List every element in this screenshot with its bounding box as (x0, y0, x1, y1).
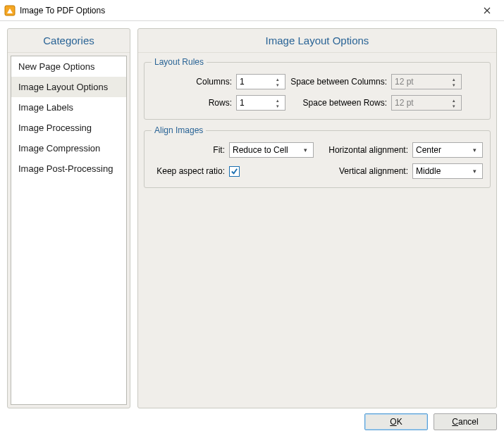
close-button[interactable] (473, 1, 501, 20)
app-icon (4, 5, 16, 16)
category-item-new-page-options[interactable]: New Page Options (11, 56, 126, 77)
category-item-image-layout-options[interactable]: Image Layout Options (11, 77, 126, 97)
space-rows-value: 12 pt (395, 98, 450, 108)
rows-value: 1 (240, 98, 273, 108)
fit-select[interactable]: Reduce to Cell▾ (229, 142, 314, 158)
columns-spinner[interactable]: ▴▾ (273, 76, 282, 87)
chevron-down-icon: ▾ (469, 168, 479, 175)
chevron-down-icon: ▾ (469, 146, 479, 154)
categories-panel: Categories New Page Options Image Layout… (7, 28, 130, 408)
categories-header: Categories (8, 29, 130, 53)
h-align-select[interactable]: Center▾ (412, 142, 483, 158)
window-title: Image To PDF Options (20, 6, 473, 15)
ok-button[interactable]: OK (364, 413, 428, 430)
main-header: Image Layout Options (138, 29, 496, 53)
columns-value: 1 (240, 77, 273, 87)
layout-rules-legend: Layout Rules (152, 57, 207, 67)
align-images-group: Align ImagesFit:Reduce to Cell▾Horizonta… (144, 125, 491, 188)
rows-spinner[interactable]: ▴▾ (273, 97, 282, 108)
space-cols-input[interactable]: 12 pt ▴▾ (391, 74, 462, 89)
category-item-image-compression[interactable]: Image Compression (11, 138, 126, 158)
v-align-label: Vertical alignment: (314, 166, 412, 176)
columns-label: Columns: (152, 77, 236, 87)
category-item-image-labels[interactable]: Image Labels (11, 97, 126, 118)
space-rows-spinner[interactable]: ▴▾ (450, 97, 458, 108)
layout-rules-group: Layout Rules Columns: 1 ▴▾ Space between… (144, 57, 491, 120)
fit-label: Fit: (152, 145, 229, 155)
keep-aspect-checkbox[interactable] (229, 166, 240, 177)
space-cols-spinner[interactable]: ▴▾ (450, 76, 458, 87)
space-rows-label: Space between Rows: (285, 98, 391, 108)
v-align-select[interactable]: Middle▾ (412, 163, 483, 179)
rows-label: Rows: (152, 98, 236, 108)
align-images-legend: Align Images (152, 125, 206, 135)
content-area: Categories New Page Options Image Layout… (0, 21, 504, 413)
space-rows-input[interactable]: 12 pt ▴▾ (391, 95, 462, 111)
chevron-down-icon: ▾ (300, 146, 310, 154)
button-row: OK Cancel (0, 413, 504, 438)
categories-list: New Page Options Image Layout Options Im… (11, 56, 127, 405)
rows-input[interactable]: 1 ▴▾ (236, 95, 285, 111)
titlebar: Image To PDF Options (0, 0, 504, 21)
keep-aspect-label: Keep aspect ratio: (152, 166, 229, 176)
main-panel: Image Layout Options Layout Rules Column… (137, 28, 497, 408)
space-cols-label: Space between Columns: (285, 77, 391, 87)
space-cols-value: 12 pt (395, 77, 450, 87)
h-align-label: Horizontal alignment: (314, 145, 412, 155)
main-body: Layout Rules Columns: 1 ▴▾ Space between… (138, 53, 496, 408)
cancel-button[interactable]: Cancel (434, 413, 497, 430)
category-item-image-processing[interactable]: Image Processing (11, 118, 126, 138)
columns-input[interactable]: 1 ▴▾ (236, 74, 285, 89)
category-item-image-post-processing[interactable]: Image Post-Processing (11, 158, 126, 179)
